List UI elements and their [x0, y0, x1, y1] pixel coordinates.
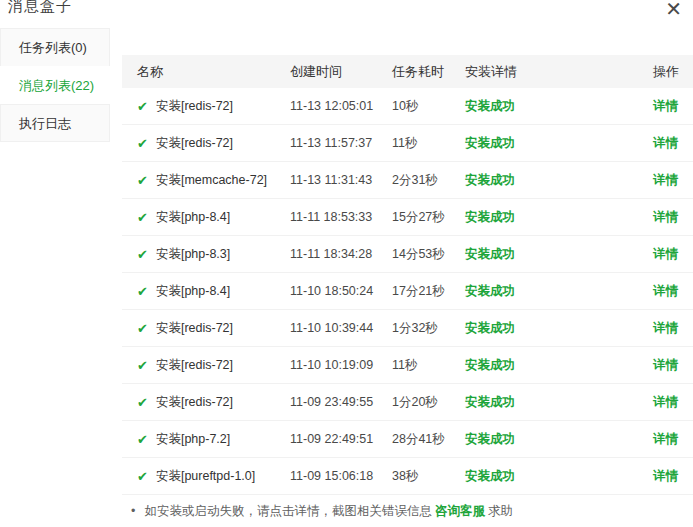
success-check-icon: ✔	[137, 395, 148, 410]
created-time: 11-13 11:31:43	[290, 173, 392, 187]
task-name-cell: ✔安装[php-7.2]	[137, 431, 290, 448]
task-duration: 28分41秒	[392, 431, 465, 448]
task-name-cell: ✔安装[php-8.4]	[137, 209, 290, 226]
created-time: 11-09 15:06:18	[290, 469, 392, 483]
action-cell: 详情	[653, 172, 693, 189]
sidebar-item-exec-log[interactable]: 执行日志	[0, 104, 110, 142]
task-name: 安装[redis-72]	[156, 98, 233, 115]
success-check-icon: ✔	[137, 173, 148, 188]
created-time: 11-11 18:34:28	[290, 247, 392, 261]
dialog-title: 消息盒子	[8, 0, 72, 16]
detail-link[interactable]: 详情	[653, 136, 678, 150]
task-name-cell: ✔安装[redis-72]	[137, 357, 290, 374]
close-icon[interactable]: ✕	[665, 0, 682, 19]
table-row: ✔安装[php-8.4]11-11 18:53:3315分27秒安装成功详情	[122, 199, 693, 236]
task-name-cell: ✔安装[redis-72]	[137, 394, 290, 411]
column-header-status: 安装详情	[465, 63, 653, 81]
task-name: 安装[memcache-72]	[156, 172, 267, 189]
created-time: 11-10 10:19:09	[290, 358, 392, 372]
detail-link[interactable]: 详情	[653, 395, 678, 409]
task-name-cell: ✔安装[php-8.4]	[137, 283, 290, 300]
task-duration: 15分27秒	[392, 209, 465, 226]
action-cell: 详情	[653, 283, 693, 300]
install-status: 安装成功	[465, 209, 653, 226]
install-status: 安装成功	[465, 357, 653, 374]
created-time: 11-09 22:49:51	[290, 432, 392, 446]
action-cell: 详情	[653, 209, 693, 226]
table-row: ✔安装[php-8.3]11-11 18:34:2814分53秒安装成功详情	[122, 236, 693, 273]
bullet-icon: •	[131, 504, 135, 518]
detail-link[interactable]: 详情	[653, 99, 678, 113]
task-duration: 11秒	[392, 135, 465, 152]
detail-link[interactable]: 详情	[653, 469, 678, 483]
task-name: 安装[pureftpd-1.0]	[156, 468, 255, 485]
created-time: 11-13 12:05:01	[290, 99, 392, 113]
success-check-icon: ✔	[137, 99, 148, 114]
task-name: 安装[php-7.2]	[156, 431, 230, 448]
table-row: ✔安装[pureftpd-1.0]11-09 15:06:1838秒安装成功详情	[122, 458, 693, 495]
action-cell: 详情	[653, 357, 693, 374]
task-name-cell: ✔安装[redis-72]	[137, 135, 290, 152]
task-duration: 38秒	[392, 468, 465, 485]
task-duration: 10秒	[392, 98, 465, 115]
table-row: ✔安装[redis-72]11-10 10:39:441分32秒安装成功详情	[122, 310, 693, 347]
detail-link[interactable]: 详情	[653, 210, 678, 224]
success-check-icon: ✔	[137, 210, 148, 225]
created-time: 11-13 11:57:37	[290, 136, 392, 150]
install-status: 安装成功	[465, 394, 653, 411]
success-check-icon: ✔	[137, 469, 148, 484]
column-header-duration: 任务耗时	[392, 63, 465, 81]
success-check-icon: ✔	[137, 136, 148, 151]
footnote-text-before: 如安装或启动失败，请点击详情，截图相关错误信息	[144, 504, 432, 518]
success-check-icon: ✔	[137, 284, 148, 299]
detail-link[interactable]: 详情	[653, 432, 678, 446]
table-header: 名称 创建时间 任务耗时 安装详情 操作	[122, 55, 693, 88]
table-row: ✔安装[php-7.2]11-09 22:49:5128分41秒安装成功详情	[122, 421, 693, 458]
task-name: 安装[redis-72]	[156, 135, 233, 152]
install-status: 安装成功	[465, 283, 653, 300]
detail-link[interactable]: 详情	[653, 173, 678, 187]
success-check-icon: ✔	[137, 432, 148, 447]
task-duration: 17分21秒	[392, 283, 465, 300]
install-status: 安装成功	[465, 98, 653, 115]
task-name: 安装[php-8.4]	[156, 209, 230, 226]
table-row: ✔安装[redis-72]11-13 11:57:3711秒安装成功详情	[122, 125, 693, 162]
action-cell: 详情	[653, 320, 693, 337]
task-duration: 1分20秒	[392, 394, 465, 411]
task-name: 安装[redis-72]	[156, 357, 233, 374]
task-name: 安装[redis-72]	[156, 394, 233, 411]
action-cell: 详情	[653, 135, 693, 152]
detail-link[interactable]: 详情	[653, 358, 678, 372]
created-time: 11-10 18:50:24	[290, 284, 392, 298]
footnote-text-after: 求助	[488, 504, 513, 518]
task-name-cell: ✔安装[redis-72]	[137, 320, 290, 337]
task-duration: 1分32秒	[392, 320, 465, 337]
sidebar-item-message-list[interactable]: 消息列表(22)	[0, 66, 110, 104]
install-status: 安装成功	[465, 135, 653, 152]
detail-link[interactable]: 详情	[653, 284, 678, 298]
task-name-cell: ✔安装[redis-72]	[137, 98, 290, 115]
install-status: 安装成功	[465, 246, 653, 263]
task-duration: 2分31秒	[392, 172, 465, 189]
task-duration: 14分53秒	[392, 246, 465, 263]
detail-link[interactable]: 详情	[653, 321, 678, 335]
action-cell: 详情	[653, 246, 693, 263]
column-header-name: 名称	[137, 63, 290, 81]
success-check-icon: ✔	[137, 321, 148, 336]
sidebar-item-task-list[interactable]: 任务列表(0)	[0, 28, 110, 66]
task-name: 安装[php-8.4]	[156, 283, 230, 300]
column-header-created: 创建时间	[290, 63, 392, 81]
install-status: 安装成功	[465, 468, 653, 485]
action-cell: 详情	[653, 468, 693, 485]
footnote: •如安装或启动失败，请点击详情，截图相关错误信息咨询客服求助	[131, 503, 513, 520]
contact-support-link[interactable]: 咨询客服	[435, 504, 485, 518]
task-duration: 11秒	[392, 357, 465, 374]
detail-link[interactable]: 详情	[653, 247, 678, 261]
task-name: 安装[php-8.3]	[156, 246, 230, 263]
success-check-icon: ✔	[137, 358, 148, 373]
table-row: ✔安装[redis-72]11-10 10:19:0911秒安装成功详情	[122, 347, 693, 384]
message-table: 名称 创建时间 任务耗时 安装详情 操作 ✔安装[redis-72]11-13 …	[122, 55, 693, 495]
table-row: ✔安装[redis-72]11-09 23:49:551分20秒安装成功详情	[122, 384, 693, 421]
action-cell: 详情	[653, 394, 693, 411]
task-name-cell: ✔安装[php-8.3]	[137, 246, 290, 263]
